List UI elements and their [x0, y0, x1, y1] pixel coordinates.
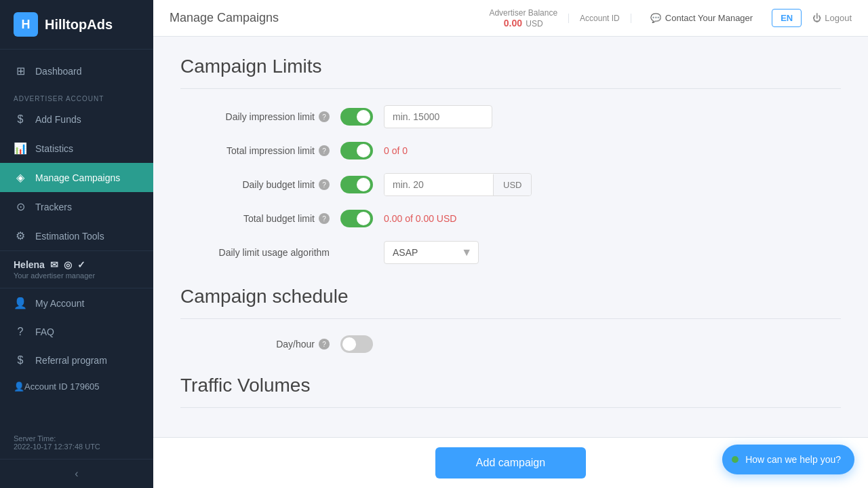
- account-id-icon: 👤: [14, 381, 24, 392]
- manager-name: Helena ✉ ◎ ✓: [14, 259, 140, 270]
- daily-budget-input[interactable]: [384, 174, 493, 195]
- logout-icon: ⏻: [812, 13, 821, 23]
- day-hour-row: Day/hour ?: [180, 335, 841, 353]
- sidebar-navigation: ⊞ Dashboard ADVERTISER ACCOUNT $ Add Fun…: [0, 50, 153, 426]
- referral-icon: $: [14, 354, 27, 367]
- manage-campaigns-icon: ◈: [14, 171, 27, 184]
- algorithm-select-wrapper: ASAP Smooth ▼: [384, 241, 479, 264]
- sidebar-item-label: My Account: [35, 298, 84, 309]
- sidebar-item-label: Dashboard: [35, 66, 82, 77]
- main-content: Manage Campaigns Advertiser Balance 0.00…: [153, 0, 868, 488]
- balance-amount: 0.00 USD: [489, 18, 557, 29]
- traffic-volumes-title: Traffic Volumes: [180, 375, 841, 408]
- day-hour-help-icon[interactable]: ?: [319, 339, 330, 350]
- algorithm-dropdown[interactable]: ASAP Smooth ▼: [384, 241, 479, 264]
- balance-value: 0.00: [504, 18, 522, 29]
- manager-check-icon[interactable]: ✓: [77, 259, 85, 270]
- chat-widget[interactable]: How can we help you?: [722, 445, 854, 474]
- sidebar-section-advertiser: ADVERTISER ACCOUNT: [0, 86, 153, 105]
- sidebar-item-label: Trackers: [35, 202, 72, 212]
- sidebar-item-manage-campaigns[interactable]: ◈ Manage Campaigns: [0, 163, 153, 192]
- daily-budget-currency: USD: [493, 174, 531, 195]
- add-campaign-button[interactable]: Add campaign: [435, 447, 586, 478]
- sidebar-item-dashboard[interactable]: ⊞ Dashboard: [0, 56, 153, 86]
- daily-limit-algorithm-row: Daily limit usage algorithm ASAP Smooth …: [180, 241, 841, 264]
- account-id-header: Account ID: [568, 14, 631, 23]
- sidebar-item-add-funds[interactable]: $ Add Funds: [0, 105, 153, 134]
- page-content: Campaign Limits Daily impression limit ?…: [153, 37, 868, 437]
- logo-icon: H: [14, 12, 38, 37]
- campaign-schedule-section: Day/hour ?: [180, 335, 841, 353]
- total-budget-limit-row: Total budget limit ? 0.00 of 0.00 USD: [180, 210, 841, 227]
- sidebar-item-statistics[interactable]: 📊 Statistics: [0, 134, 153, 163]
- total-impression-toggle[interactable]: [340, 142, 373, 159]
- daily-impression-help-icon[interactable]: ?: [319, 111, 330, 122]
- logout-button[interactable]: ⏻ Logout: [812, 13, 852, 23]
- language-button[interactable]: EN: [772, 9, 802, 27]
- chat-icon: 💬: [650, 13, 661, 23]
- page-title: Manage Campaigns: [170, 11, 279, 25]
- sidebar-item-referral[interactable]: $ Referral program: [0, 346, 153, 375]
- sidebar: H HilltopAds ⊞ Dashboard ADVERTISER ACCO…: [0, 0, 153, 488]
- daily-impression-limit-row: Daily impression limit ?: [180, 105, 841, 128]
- advertiser-balance: Advertiser Balance 0.00 USD: [489, 8, 557, 29]
- total-budget-limit-label: Total budget limit ?: [180, 213, 330, 224]
- campaign-limits-section: Daily impression limit ? Total impressio…: [180, 105, 841, 264]
- faq-icon: ?: [14, 326, 27, 338]
- sidebar-item-my-account[interactable]: 👤 My Account: [0, 288, 153, 318]
- logo-blue: Hilltop: [45, 17, 87, 32]
- total-impression-value: 0 of 0: [384, 145, 408, 156]
- total-budget-value: 0.00 of 0.00 USD: [384, 213, 456, 224]
- contact-manager-button[interactable]: 💬 Contact Your Manager: [642, 13, 761, 23]
- total-impression-limit-label: Total impression limit ?: [180, 145, 330, 156]
- server-time-label: Server Time:: [14, 434, 140, 443]
- sidebar-item-label: Manage Campaigns: [35, 172, 120, 183]
- daily-budget-input-group: USD: [384, 173, 532, 196]
- daily-impression-limit-label: Daily impression limit ?: [180, 111, 330, 122]
- account-id-text: Account ID 179605: [24, 381, 100, 392]
- total-budget-help-icon[interactable]: ?: [319, 213, 330, 224]
- manager-email-icon[interactable]: ✉: [50, 259, 58, 270]
- sidebar-item-label: Estimation Tools: [35, 231, 104, 242]
- contact-manager-label: Contact Your Manager: [665, 13, 753, 23]
- add-funds-icon: $: [14, 113, 27, 126]
- sidebar-footer: Server Time: 2022-10-17 12:37:48 UTC: [0, 426, 153, 459]
- logo-text: HilltopAds: [45, 17, 113, 33]
- account-id-label: Account ID: [580, 14, 620, 23]
- manager-skype-icon[interactable]: ◎: [64, 259, 72, 270]
- sidebar-collapse-button[interactable]: ‹: [0, 459, 153, 488]
- chat-text: How can we help you?: [745, 454, 841, 465]
- sidebar-account-id: 👤 Account ID 179605: [0, 375, 153, 398]
- balance-currency: USD: [526, 19, 542, 29]
- my-account-icon: 👤: [14, 297, 27, 309]
- daily-budget-help-icon[interactable]: ?: [319, 179, 330, 190]
- trackers-icon: ⊙: [14, 200, 27, 213]
- daily-impression-input[interactable]: [384, 105, 492, 128]
- chat-online-indicator: [732, 456, 738, 463]
- dashboard-icon: ⊞: [14, 64, 27, 77]
- sidebar-item-estimation-tools[interactable]: ⚙ Estimation Tools: [0, 221, 153, 250]
- sidebar-item-faq[interactable]: ? FAQ: [0, 318, 153, 346]
- collapse-icon: ‹: [75, 468, 78, 479]
- sidebar-item-trackers[interactable]: ⊙ Trackers: [0, 192, 153, 221]
- page-header: Manage Campaigns Advertiser Balance 0.00…: [153, 0, 868, 37]
- daily-limit-algorithm-label: Daily limit usage algorithm: [180, 247, 330, 258]
- sidebar-item-label: FAQ: [35, 326, 54, 337]
- algorithm-select[interactable]: ASAP Smooth: [384, 241, 479, 264]
- daily-budget-toggle[interactable]: [340, 176, 373, 193]
- sidebar-item-label: Referral program: [35, 355, 107, 366]
- manager-title: Your advertiser manager: [14, 271, 140, 280]
- total-impression-help-icon[interactable]: ?: [319, 145, 330, 156]
- day-hour-label: Day/hour ?: [180, 339, 330, 350]
- manager-section: Helena ✉ ◎ ✓ Your advertiser manager: [0, 250, 153, 288]
- server-time-value: 2022-10-17 12:37:48 UTC: [14, 443, 140, 451]
- campaign-schedule-title: Campaign schedule: [180, 286, 841, 319]
- daily-impression-toggle[interactable]: [340, 108, 373, 126]
- daily-budget-limit-label: Daily budget limit ?: [180, 179, 330, 190]
- statistics-icon: 📊: [14, 142, 27, 155]
- total-impression-limit-row: Total impression limit ? 0 of 0: [180, 142, 841, 159]
- daily-budget-limit-row: Daily budget limit ? USD: [180, 173, 841, 196]
- day-hour-toggle[interactable]: [340, 335, 373, 353]
- header-right: Advertiser Balance 0.00 USD Account ID 💬…: [489, 8, 852, 29]
- total-budget-toggle[interactable]: [340, 210, 373, 227]
